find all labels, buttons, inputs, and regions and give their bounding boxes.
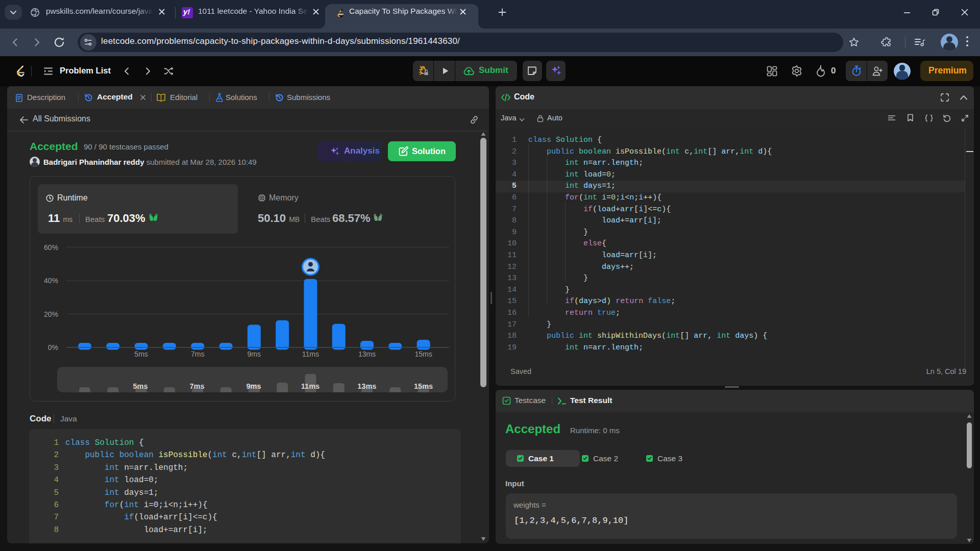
svg-text:15ms: 15ms [414,382,433,390]
svg-text:13ms: 13ms [358,350,376,358]
svg-text:0%: 0% [48,343,58,352]
svg-text:11ms: 11ms [301,382,320,390]
svg-text:13ms: 13ms [357,382,376,390]
svg-text:9ms: 9ms [246,382,261,390]
svg-text:20%: 20% [44,310,58,318]
svg-text:7ms: 7ms [191,350,204,358]
svg-text:7ms: 7ms [189,382,204,390]
svg-text:9ms: 9ms [248,350,261,358]
svg-text:40%: 40% [44,277,58,285]
svg-text:5ms: 5ms [134,350,148,358]
svg-text:15ms: 15ms [414,350,432,358]
svg-text:11ms: 11ms [302,350,319,358]
svg-text:5ms: 5ms [133,382,148,390]
svg-text:60%: 60% [44,243,58,252]
